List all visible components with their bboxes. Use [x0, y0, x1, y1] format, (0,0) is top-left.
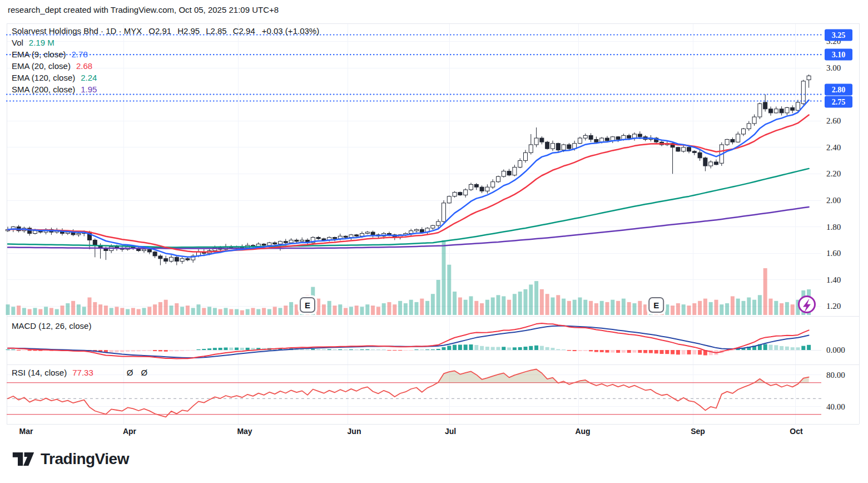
volume-bar [622, 299, 626, 315]
macd-histogram-bar [622, 350, 626, 353]
volume-bar [474, 301, 478, 315]
volume-bar [583, 300, 587, 315]
macd-histogram-bar [807, 345, 811, 350]
candle-down [715, 162, 718, 165]
volume-bar [33, 308, 37, 315]
volume-bar [692, 303, 696, 315]
volume-bar [137, 309, 141, 316]
candle-up [180, 259, 184, 262]
macd-histogram-bar [142, 350, 146, 351]
candle-up [807, 76, 811, 80]
volume-bar [284, 305, 287, 315]
candle-down [284, 241, 287, 243]
volume-bar [545, 294, 549, 315]
macd-histogram-bar [763, 344, 767, 350]
volume-bar [164, 300, 168, 315]
macd-histogram-bar [409, 350, 413, 351]
macd-histogram-bar [513, 347, 517, 350]
volume-bar [142, 308, 146, 315]
macd-histogram-bar [731, 350, 735, 351]
volume-bar [104, 305, 108, 315]
macd-histogram-bar [191, 350, 195, 351]
macd-histogram-bar [665, 350, 669, 354]
volume-bar [513, 294, 517, 315]
candle-down [627, 135, 631, 138]
macd-histogram-bar [785, 347, 789, 350]
volume-bar [780, 303, 783, 315]
volume-bar [600, 301, 604, 315]
volume-bar [66, 303, 70, 315]
macd-histogram-bar [415, 349, 419, 350]
candle-up [518, 161, 522, 167]
macd-histogram-bar [147, 350, 151, 351]
volume-bar [147, 307, 151, 315]
candle-up [497, 176, 500, 182]
volume-bar [328, 301, 331, 315]
volume-bar [273, 307, 277, 315]
candle-up [796, 102, 800, 110]
candle-up [758, 103, 762, 117]
volume-bar [38, 309, 42, 316]
volume-bar [333, 305, 337, 315]
volume-bar [338, 304, 342, 315]
candle-up [300, 240, 304, 241]
volume-bar [376, 307, 380, 315]
macd-histogram-bar [524, 347, 528, 350]
macd-histogram-bar [382, 349, 386, 350]
macd-histogram-bar [638, 350, 642, 353]
candle-down [540, 138, 544, 142]
candle-up [267, 243, 271, 245]
macd-histogram-bar [126, 350, 130, 352]
candle-down [371, 232, 375, 235]
volume-bar [49, 308, 53, 315]
candle-down [567, 145, 571, 149]
volume-bar [497, 295, 500, 315]
macd-histogram-bar [213, 348, 217, 350]
macd-histogram-bar [562, 349, 566, 350]
candle-up [360, 234, 364, 236]
macd-histogram-bar [540, 346, 544, 350]
macd-histogram-bar [567, 350, 571, 351]
volume-bar [698, 301, 702, 315]
macd-histogram-bar [131, 350, 135, 352]
macd-histogram-bar [485, 347, 489, 350]
volume-bar [616, 301, 620, 315]
macd-histogram-bar [801, 346, 805, 350]
tradingview-logo[interactable]: TradingView [12, 450, 129, 469]
candle-down [153, 252, 157, 256]
volume-bar [322, 304, 326, 315]
candle-down [556, 144, 560, 150]
macd-histogram-bar [120, 350, 124, 352]
macd-histogram-bar [594, 350, 598, 352]
volume-bar [567, 301, 571, 315]
volume-bar [409, 300, 413, 315]
macd-histogram-bar [633, 350, 637, 353]
volume-bar [731, 296, 735, 315]
candle-up [464, 190, 468, 195]
candle-up [279, 241, 282, 244]
volume-bar [458, 298, 462, 316]
macd-histogram-bar [518, 347, 522, 350]
volume-bar [551, 298, 555, 316]
macd-histogram-bar [474, 345, 478, 350]
macd-histogram-bar [425, 349, 429, 350]
macd-histogram-bar [573, 350, 577, 351]
volume-bar [202, 308, 206, 315]
volume-bar [55, 309, 59, 316]
volume-bar [344, 308, 348, 315]
candle-up [752, 117, 756, 124]
macd-histogram-bar [442, 347, 446, 350]
chart-plot-area[interactable]: EE [0, 0, 868, 483]
volume-bar [736, 299, 740, 315]
macd-histogram-bar [589, 350, 593, 351]
candle-up [801, 81, 805, 104]
macd-histogram-bar [22, 350, 26, 351]
candle-down [355, 235, 359, 236]
macd-histogram-bar [796, 347, 800, 350]
macd-histogram-bar [338, 349, 342, 350]
macd-histogram-bar [600, 350, 604, 352]
macd-histogram-bar [311, 349, 315, 350]
macd-histogram-bar [180, 350, 184, 351]
candle-down [262, 244, 266, 245]
volume-bar [98, 304, 102, 315]
